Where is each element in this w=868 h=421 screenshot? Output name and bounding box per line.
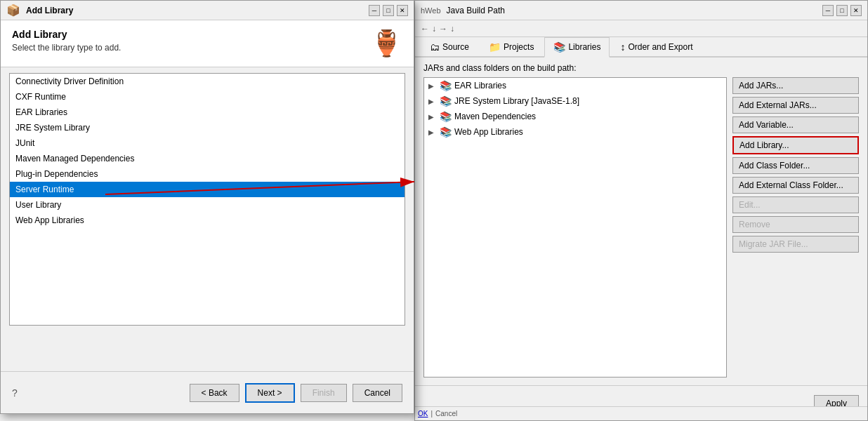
dialog-icon: 📦	[6, 4, 20, 17]
dialog-close-button[interactable]: ✕	[397, 5, 408, 16]
dialog-titlebar: 📦 Add Library ─ □ ✕	[1, 1, 414, 20]
chevron-icon: ▶	[428, 128, 437, 136]
library-list[interactable]: Connectivity Driver Definition CXF Runti…	[9, 73, 405, 326]
remove-button[interactable]: Remove	[732, 216, 859, 233]
tree-item-ear[interactable]: ▶ 📚 EAR Libraries	[424, 78, 726, 93]
build-path-content: JARs and class folders on the build path…	[415, 58, 867, 383]
cancel-button[interactable]: Cancel	[353, 384, 402, 402]
dialog-header-text: Add Library Select the library type to a…	[12, 29, 371, 53]
tab-libraries[interactable]: 📚 Libraries	[544, 37, 610, 58]
maven-icon: 📚	[440, 111, 452, 122]
add-library-button[interactable]: Add Library...	[732, 136, 859, 154]
dialog-title-text: Add Library	[26, 6, 73, 15]
tab-projects[interactable]: 📁 Projects	[480, 37, 543, 56]
next-button[interactable]: Next >	[245, 383, 295, 403]
sidebar-buttons: Add JARs... Add External JARs... Add Var…	[732, 77, 859, 377]
dialog-controls: ─ □ ✕	[369, 5, 408, 16]
list-item-cxf[interactable]: CXF Runtime	[10, 89, 405, 105]
library-header-icon: 🏺	[371, 29, 402, 58]
tree-item-jre[interactable]: ▶ 📚 JRE System Library [JavaSE-1.8]	[424, 93, 726, 109]
add-variable-button[interactable]: Add Variable...	[732, 116, 859, 133]
close-button[interactable]: ✕	[850, 5, 862, 16]
dialog-header-title: Add Library	[12, 29, 371, 40]
tabs-bar: 🗂 Source 📁 Projects 📚 Libraries ↕ Order …	[415, 37, 867, 58]
dialog-title-left: 📦 Add Library	[6, 4, 73, 17]
source-tab-icon: 🗂	[430, 41, 440, 53]
jre-icon: 📚	[440, 95, 452, 107]
ok-link[interactable]: OK	[418, 410, 428, 417]
back-button[interactable]: < Back	[190, 384, 239, 402]
status-bar: OK | Cancel	[415, 406, 867, 420]
libraries-tab-icon: 📚	[553, 41, 565, 53]
dialog-minimize-button[interactable]: ─	[369, 5, 380, 16]
window-controls: ─ □ ✕	[822, 5, 862, 16]
dialog-header-desc: Select the library type to add.	[12, 43, 371, 53]
ear-icon: 📚	[440, 80, 452, 91]
list-item-connectivity[interactable]: Connectivity Driver Definition	[10, 74, 405, 89]
projects-tab-icon: 📁	[489, 41, 501, 53]
add-class-folder-button[interactable]: Add Class Folder...	[732, 157, 859, 174]
chevron-icon: ▶	[428, 98, 437, 105]
java-build-path-window: hWeb Java Build Path ─ □ ✕ ← ↓ → ↓ 🗂 Sou…	[414, 0, 868, 421]
list-item-plugin[interactable]: Plug-in Dependencies	[10, 166, 405, 182]
dialog-bottom: ? < Back Next > Finish Cancel	[1, 371, 414, 413]
list-item-jre[interactable]: JRE System Library	[10, 120, 405, 135]
add-external-jars-button[interactable]: Add External JARs...	[732, 97, 859, 114]
add-jars-button[interactable]: Add JARs...	[732, 77, 859, 94]
order-export-tab-icon: ↕	[620, 41, 625, 53]
window-title: Java Build Path	[447, 6, 505, 15]
tree-item-webapp[interactable]: ▶ 📚 Web App Libraries	[424, 124, 726, 140]
list-item-maven-managed[interactable]: Maven Managed Dependencies	[10, 151, 405, 166]
maximize-button[interactable]: □	[836, 5, 848, 16]
section-label: JARs and class folders on the build path…	[423, 63, 859, 73]
dialog-maximize-button[interactable]: □	[383, 5, 394, 16]
minimize-button[interactable]: ─	[822, 5, 834, 16]
add-external-class-folder-button[interactable]: Add External Class Folder...	[732, 177, 859, 194]
help-button[interactable]: ?	[12, 387, 18, 399]
finish-button[interactable]: Finish	[301, 384, 347, 402]
down2-nav-arrow[interactable]: ↓	[450, 24, 454, 34]
down-nav-arrow[interactable]: ↓	[432, 24, 436, 34]
back-nav-arrow[interactable]: ←	[421, 24, 429, 34]
cancel-link[interactable]: Cancel	[435, 410, 457, 417]
add-library-dialog: 📦 Add Library ─ □ ✕ Add Library Select t…	[0, 0, 414, 414]
list-item-junit[interactable]: JUnit	[10, 135, 405, 151]
list-item-user-library[interactable]: User Library	[10, 197, 405, 213]
window-titlebar: hWeb Java Build Path ─ □ ✕	[415, 1, 867, 20]
edit-button[interactable]: Edit...	[732, 196, 859, 213]
chevron-icon: ▶	[428, 113, 437, 121]
migrate-jar-button[interactable]: Migrate JAR File...	[732, 236, 859, 253]
webapp-icon: 📚	[440, 126, 452, 138]
tab-order-export[interactable]: ↕ Order and Export	[611, 37, 702, 56]
chevron-icon: ▶	[428, 82, 437, 90]
list-item-ear[interactable]: EAR Libraries	[10, 105, 405, 120]
list-item-webapp[interactable]: Web App Libraries	[10, 213, 405, 228]
dialog-header: Add Library Select the library type to a…	[1, 20, 414, 67]
build-path-body: ▶ 📚 EAR Libraries ▶ 📚 JRE System Library…	[423, 77, 859, 377]
list-item-server-runtime[interactable]: Server Runtime	[10, 182, 405, 197]
forward-nav-arrow[interactable]: →	[439, 24, 447, 34]
tree-panel[interactable]: ▶ 📚 EAR Libraries ▶ 📚 JRE System Library…	[423, 77, 727, 377]
nav-bar: ← ↓ → ↓	[415, 20, 867, 37]
tab-source[interactable]: 🗂 Source	[421, 37, 478, 56]
tree-item-maven[interactable]: ▶ 📚 Maven Dependencies	[424, 109, 726, 124]
